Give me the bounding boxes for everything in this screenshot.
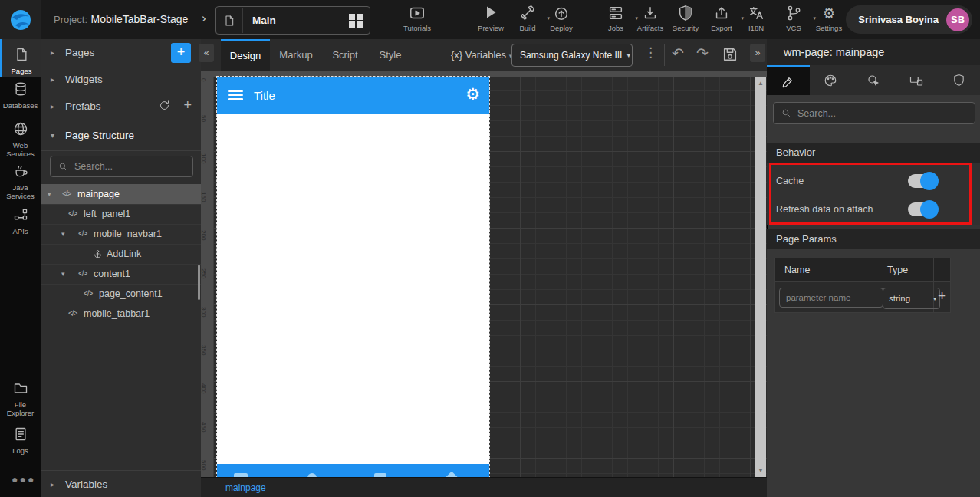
phone-preview[interactable]: Title ⚙ (217, 77, 489, 477)
avatar: SB (946, 8, 969, 31)
deploy-icon (541, 5, 581, 23)
web-services-icon (13, 121, 28, 137)
app-logo[interactable] (0, 0, 41, 39)
code-icon: </> (78, 224, 87, 244)
properties-panel-title: wm-page: mainpage (767, 39, 980, 65)
rail-item-databases[interactable]: Databases (0, 81, 41, 110)
add-param-button[interactable]: + (938, 288, 946, 304)
accordion-prefabs[interactable]: ▸ Prefabs + (41, 93, 201, 120)
page-params-section-header[interactable]: Page Params (767, 229, 980, 249)
properties-search[interactable]: Search... (773, 102, 975, 124)
page-structure-search[interactable]: Search... (50, 156, 193, 177)
tab-style[interactable]: Style (368, 39, 413, 71)
tab-properties[interactable] (767, 65, 810, 95)
param-name-input[interactable] (779, 288, 883, 308)
user-menu[interactable]: Srinivasa Boyina SB (846, 5, 972, 34)
i18n-button[interactable]: I18N (736, 5, 776, 37)
left-panel-scrollbar[interactable] (198, 265, 200, 300)
rail-more-button[interactable]: ●●● (12, 473, 35, 485)
collapse-left-panel-button[interactable]: « (199, 44, 214, 62)
wavemaker-logo-icon (9, 8, 32, 31)
code-icon: </> (68, 204, 77, 224)
page-content-area[interactable] (217, 114, 489, 464)
menu-icon[interactable] (228, 87, 243, 103)
more-options-button[interactable]: ⋮ (644, 44, 657, 61)
i18n-icon (736, 5, 776, 23)
tree-row-page-content1[interactable]: </> page_content1 (41, 284, 201, 304)
cache-label: Cache (776, 176, 804, 186)
page-structure-collapse-icon: ▾ (51, 131, 61, 140)
tutorials-icon (397, 5, 437, 23)
tree-row-addlink[interactable]: AddLink (41, 244, 201, 265)
rail-item-logs[interactable]: Logs (0, 426, 41, 455)
behavior-section-header[interactable]: Behavior (767, 143, 980, 163)
rail-item-java-services[interactable]: Java Services (0, 163, 41, 200)
rail-item-file-explorer[interactable]: File Explorer (0, 380, 41, 417)
tab-security[interactable] (937, 65, 980, 95)
code-icon: </> (62, 184, 71, 204)
page-selector[interactable]: Main (215, 6, 370, 35)
rail-item-web-services[interactable]: Web Services (0, 121, 41, 158)
scroll-down-icon[interactable]: ▼ (755, 467, 766, 474)
security-button[interactable]: Security (666, 5, 705, 37)
accordion-variables[interactable]: ▸ Variables (41, 470, 201, 497)
widgets-expand-icon: ▸ (51, 75, 61, 84)
tree-row-mainpage[interactable]: ▾ </> mainpage (41, 184, 201, 205)
redo-button[interactable]: ↷ (696, 44, 709, 62)
vcs-button[interactable]: VCS ▾ (774, 5, 814, 37)
preview-button[interactable]: Preview (471, 5, 511, 37)
pencil-icon (781, 75, 794, 88)
prefabs-add-icon[interactable]: + (183, 97, 192, 114)
chevron-down-icon: ▾ (626, 51, 630, 59)
logs-icon (13, 426, 28, 442)
param-type-select[interactable]: string ▾ (883, 288, 940, 309)
vertical-ruler: 0 50 100 150 200 250 300 350 400 450 500 (201, 77, 213, 477)
mobile-tabbar[interactable] (217, 464, 489, 477)
add-page-button[interactable]: + (171, 43, 191, 63)
mobile-navbar[interactable]: Title ⚙ (217, 77, 489, 114)
accordion-page-structure[interactable]: ▾ Page Structure (41, 120, 201, 151)
scroll-up-icon[interactable]: ▲ (755, 80, 766, 87)
settings-button[interactable]: ⚙ Settings ▾ (809, 5, 849, 37)
expand-right-panel-button[interactable]: » (750, 44, 765, 62)
search-icon (58, 162, 68, 172)
tab-markup[interactable]: Markup (270, 39, 322, 71)
tab-design[interactable]: Design (221, 39, 270, 71)
devices-icon (909, 74, 923, 87)
canvas-scrollbar[interactable]: ▲ ▼ (755, 77, 766, 477)
cursor-click-icon (867, 74, 880, 87)
open-page-tab[interactable]: mainpage (225, 478, 266, 497)
rail-item-apis[interactable]: APIs (0, 207, 41, 235)
accordion-pages[interactable]: ▸ Pages + (41, 39, 201, 67)
collapse-icon[interactable]: ▾ (61, 224, 65, 244)
palette-icon (824, 74, 837, 87)
collapse-icon[interactable]: ▾ (48, 184, 51, 204)
tree-row-content1[interactable]: ▾ </> content1 (41, 264, 201, 285)
artifacts-button[interactable]: Artifacts (630, 5, 670, 37)
undo-button[interactable]: ↶ (672, 44, 684, 62)
gear-icon[interactable]: ⚙ (465, 85, 480, 104)
tutorials-button[interactable]: Tutorials (397, 5, 437, 37)
tab-script[interactable]: Script (322, 39, 368, 71)
apps-grid-icon[interactable] (349, 14, 363, 28)
refresh-data-toggle[interactable] (908, 202, 937, 216)
deploy-button[interactable]: Deploy (541, 5, 581, 37)
rail-item-pages[interactable]: Pages (0, 39, 41, 77)
tab-events[interactable] (852, 65, 895, 95)
device-selector[interactable]: Samsung Galaxy Note III ▾ (511, 44, 633, 67)
databases-icon (13, 81, 28, 97)
variables-dropdown[interactable]: {x} Variables ▾ (451, 49, 512, 61)
tree-row-left-panel1[interactable]: </> left_panel1 (41, 204, 201, 225)
collapse-icon[interactable]: ▾ (61, 264, 65, 284)
refresh-data-on-attach-label: Refresh data on attach (776, 204, 873, 215)
search-icon (781, 108, 791, 118)
save-button[interactable] (722, 46, 738, 66)
tab-styles[interactable] (810, 65, 853, 95)
tree-row-mobile-tabbar1[interactable]: </> mobile_tabbar1 (41, 304, 201, 324)
accordion-widgets[interactable]: ▸ Widgets (41, 66, 201, 94)
table-header: Name Type (775, 258, 950, 282)
tree-row-mobile-navbar1[interactable]: ▾ </> mobile_navbar1 (41, 224, 201, 245)
cache-toggle[interactable] (908, 174, 937, 188)
prefabs-refresh-icon[interactable] (159, 100, 170, 114)
tab-devices[interactable] (895, 65, 938, 95)
